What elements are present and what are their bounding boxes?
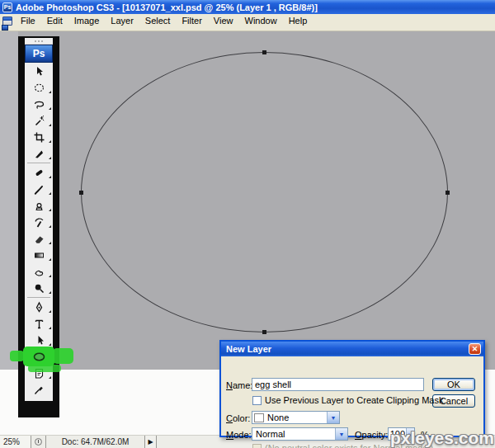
- pxleyes-watermark: pxleyes.com: [390, 428, 494, 448]
- neutral-color-checkbox: [252, 444, 262, 448]
- opacity-label: Opacity:: [355, 430, 388, 440]
- tool-separator: [27, 163, 50, 163]
- ellipse-shape-icon: [32, 351, 46, 363]
- menu-filter[interactable]: Filter: [176, 15, 207, 26]
- type-tool[interactable]: [25, 315, 53, 332]
- new-layer-dialog: New Layer ✕ Name: OK Cancel Use Previous…: [219, 340, 485, 437]
- workspace-margin: [0, 31, 18, 370]
- elliptical-marquee-icon[interactable]: [25, 79, 53, 96]
- ellipse-tool-selected[interactable]: [25, 348, 53, 365]
- dialog-title: New Layer: [226, 344, 469, 354]
- photoshop-window: Ps Adobe Photoshop CS3 - [10137071_xxl.p…: [0, 0, 495, 448]
- doc-size-field: Doc: 64.7M/62.0M: [46, 436, 145, 448]
- ok-button[interactable]: OK: [432, 378, 475, 391]
- color-dropdown[interactable]: None ▼: [252, 411, 340, 424]
- eraser-tool[interactable]: [25, 230, 53, 247]
- path-selection-tool[interactable]: [25, 332, 53, 348]
- lasso-tool[interactable]: [25, 96, 53, 112]
- ps-logo: Ps: [25, 45, 53, 63]
- menu-layer[interactable]: Layer: [105, 15, 139, 26]
- move-tool[interactable]: [25, 63, 53, 79]
- slice-tool[interactable]: [25, 145, 53, 162]
- history-brush-tool[interactable]: [25, 214, 53, 230]
- title-bar: Ps Adobe Photoshop CS3 - [10137071_xxl.p…: [0, 0, 495, 14]
- color-label: Color:: [226, 413, 250, 423]
- highlight-glow-left: [10, 351, 24, 361]
- highlight-glow-right: [53, 348, 73, 364]
- clone-stamp-tool[interactable]: [25, 197, 53, 214]
- menu-file[interactable]: File: [15, 15, 41, 26]
- menu-help[interactable]: Help: [283, 15, 314, 26]
- mode-value: Normal: [256, 429, 335, 439]
- menu-window[interactable]: Window: [239, 15, 283, 26]
- photoshop-app-icon: Ps: [2, 2, 12, 12]
- tool-separator: [27, 297, 50, 298]
- color-swatch: [254, 413, 264, 422]
- mode-label: Mode:: [226, 430, 252, 440]
- menu-edit[interactable]: Edit: [41, 15, 68, 26]
- brush-tool[interactable]: [25, 181, 53, 197]
- spot-healing-brush-tool[interactable]: [25, 164, 53, 181]
- document-icon: [2, 17, 12, 26]
- chevron-down-icon[interactable]: ▼: [327, 412, 339, 423]
- minimized-doc-icon: [2, 25, 8, 31]
- menu-image[interactable]: Image: [68, 15, 106, 26]
- close-icon[interactable]: ✕: [469, 343, 481, 355]
- menu-select[interactable]: Select: [139, 15, 177, 26]
- menu-view[interactable]: View: [208, 15, 239, 26]
- clock-icon: [35, 438, 42, 446]
- ellipse-path[interactable]: [81, 52, 448, 332]
- clipping-mask-label: Use Previous Layer to Create Clipping Ma…: [265, 395, 443, 405]
- crop-tool[interactable]: [25, 129, 53, 145]
- path-anchor-top[interactable]: [262, 50, 266, 54]
- path-anchor-right[interactable]: [446, 191, 450, 195]
- name-label: Name:: [226, 380, 252, 390]
- gradient-tool[interactable]: [25, 247, 53, 263]
- mode-dropdown[interactable]: Normal ▼: [252, 427, 348, 441]
- clipping-mask-checkbox[interactable]: [252, 396, 262, 405]
- layer-name-input[interactable]: [252, 378, 424, 391]
- palette-grip[interactable]: [25, 38, 53, 45]
- color-value: None: [267, 413, 327, 422]
- doc-size: Doc: 64.7M/62.0M: [62, 437, 130, 446]
- pen-tool[interactable]: [25, 299, 53, 315]
- zoom-level: 25%: [3, 437, 20, 446]
- dodge-tool[interactable]: [25, 280, 53, 296]
- status-icon-box: [31, 436, 46, 448]
- chevron-down-icon[interactable]: ▼: [335, 428, 347, 440]
- zoom-level-field[interactable]: 25%: [0, 436, 31, 448]
- menu-bar: File Edit Image Layer Select Filter View…: [0, 14, 495, 27]
- magic-wand-tool[interactable]: [25, 112, 53, 129]
- tool-palette: Ps: [18, 36, 59, 417]
- window-title: Adobe Photoshop CS3 - [10137071_xxl.psd …: [16, 2, 318, 12]
- status-menu-arrow-icon[interactable]: ▶: [145, 436, 157, 448]
- path-anchor-bottom[interactable]: [262, 330, 266, 334]
- dialog-title-bar[interactable]: New Layer ✕: [221, 342, 483, 356]
- smudge-tool[interactable]: [25, 263, 53, 280]
- path-anchor-left[interactable]: [79, 191, 83, 195]
- eyedropper-tool[interactable]: [25, 381, 53, 398]
